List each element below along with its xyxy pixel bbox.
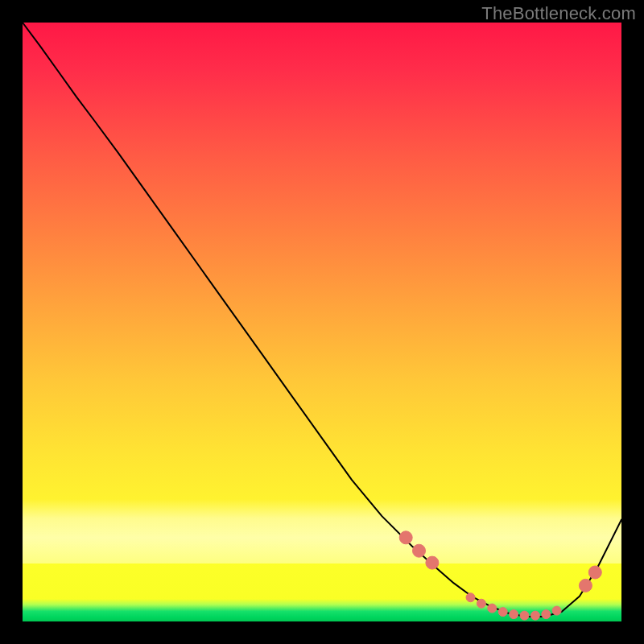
curve-marker <box>488 604 497 613</box>
chart-svg <box>23 23 621 621</box>
curve-marker <box>552 606 561 615</box>
curve-marker <box>579 579 592 592</box>
curve-marker <box>520 611 529 620</box>
curve-markers <box>399 531 601 620</box>
chart-frame: TheBottleneck.com <box>0 0 644 644</box>
curve-marker <box>477 599 485 608</box>
curve-marker <box>426 556 439 569</box>
attribution-label: TheBottleneck.com <box>481 3 636 24</box>
curve-marker <box>413 544 426 557</box>
bottleneck-curve <box>23 23 621 617</box>
curve-marker <box>399 531 412 544</box>
curve-marker <box>466 593 475 602</box>
curve-marker <box>542 610 551 619</box>
curve-marker <box>588 566 601 579</box>
curve-marker <box>510 610 518 619</box>
curve-marker <box>530 611 539 620</box>
curve-marker <box>498 608 507 617</box>
